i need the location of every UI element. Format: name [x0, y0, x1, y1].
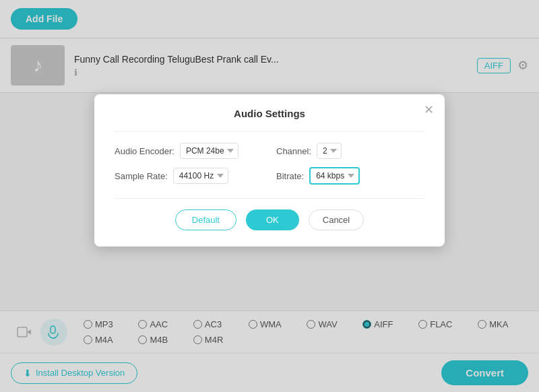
modal-top-divider	[115, 131, 424, 132]
settings-grid: Audio Encoder: PCM 24be Channel: 2 Sampl…	[115, 143, 424, 185]
audio-encoder-label: Audio Encoder:	[115, 146, 175, 156]
sample-rate-select[interactable]: 44100 Hz	[173, 168, 228, 184]
audio-encoder-select[interactable]: PCM 24be	[180, 143, 239, 159]
audio-encoder-row: Audio Encoder: PCM 24be	[115, 143, 263, 159]
modal-title: Audio Settings	[115, 108, 424, 119]
sample-rate-row: Sample Rate: 44100 Hz	[115, 167, 263, 185]
sample-rate-label: Sample Rate:	[115, 171, 168, 181]
audio-settings-modal: ✕ Audio Settings Audio Encoder: PCM 24be…	[94, 94, 445, 247]
bitrate-label: Bitrate:	[276, 171, 304, 181]
default-button[interactable]: Default	[175, 209, 236, 230]
modal-bottom-divider	[115, 198, 424, 199]
channel-row: Channel: 2	[276, 143, 424, 159]
channel-select[interactable]: 2	[317, 143, 342, 159]
bitrate-row: Bitrate: 64 kbps	[276, 167, 424, 185]
modal-close-button[interactable]: ✕	[424, 102, 434, 117]
modal-buttons: Default OK Cancel	[115, 209, 424, 230]
channel-label: Channel:	[276, 146, 311, 156]
bitrate-select[interactable]: 64 kbps	[309, 167, 360, 185]
cancel-button[interactable]: Cancel	[309, 209, 364, 230]
ok-button[interactable]: OK	[246, 209, 299, 230]
modal-overlay: ✕ Audio Settings Audio Encoder: PCM 24be…	[0, 0, 539, 392]
